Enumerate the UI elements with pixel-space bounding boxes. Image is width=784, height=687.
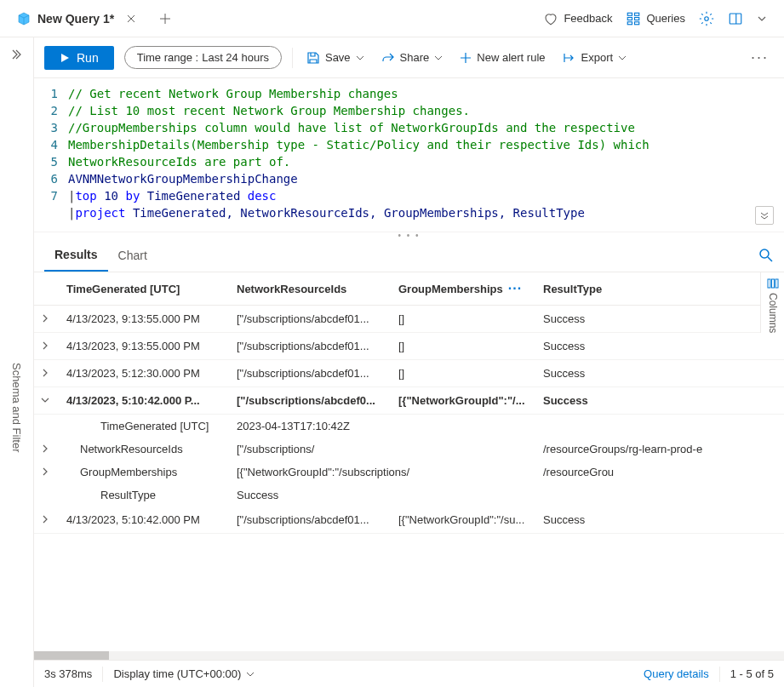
- left-rail: Schema and Filter: [0, 37, 34, 687]
- close-icon[interactable]: [124, 12, 138, 26]
- query-editor[interactable]: 1234567 // Get recent Network Group Memb…: [34, 78, 784, 232]
- expand-rail-button[interactable]: [10, 48, 24, 61]
- scrollbar-thumb[interactable]: [34, 651, 109, 660]
- svg-point-9: [760, 249, 769, 258]
- table-row[interactable]: 4/13/2023, 5:12:30.000 PM["/subscription…: [34, 360, 784, 387]
- chevron-down-icon[interactable]: [757, 14, 767, 24]
- page-info: 1 - 5 of 5: [730, 667, 774, 680]
- svg-point-6: [705, 16, 709, 20]
- status-bar: 3s 378ms Display time (UTC+00:00) Query …: [34, 660, 784, 687]
- columns-rail[interactable]: Columns: [760, 272, 784, 333]
- svg-rect-1: [635, 13, 639, 15]
- detail-row: GroupMemberships[{"NetworkGroupId":"/sub…: [34, 461, 784, 484]
- col-header-time[interactable]: TimeGenerated [UTC]: [60, 272, 230, 306]
- settings-icon[interactable]: [699, 11, 714, 26]
- tab-results[interactable]: Results: [44, 238, 108, 272]
- table-row[interactable]: 4/13/2023, 9:13:55.000 PM["/subscription…: [34, 306, 784, 333]
- tab-chart[interactable]: Chart: [108, 238, 157, 272]
- svg-rect-7: [730, 14, 741, 24]
- display-time-picker[interactable]: Display time (UTC+00:00): [113, 667, 255, 680]
- horizontal-scrollbar[interactable]: [34, 651, 784, 660]
- time-range-picker[interactable]: Time range : Last 24 hours: [124, 46, 282, 69]
- panel-icon[interactable]: [728, 11, 743, 26]
- svg-rect-5: [635, 21, 639, 24]
- more-button[interactable]: ···: [746, 49, 774, 66]
- queries-button[interactable]: Queries: [626, 11, 685, 26]
- run-button[interactable]: Run: [44, 46, 114, 70]
- editor-gutter: 1234567: [34, 85, 68, 225]
- query-time: 3s 378ms: [44, 667, 92, 680]
- results-table-wrap: TimeGenerated [UTC] NetworkResourceIds G…: [34, 272, 784, 651]
- table-row[interactable]: 4/13/2023, 5:10:42.000 P...["/subscripti…: [34, 387, 784, 415]
- table-row[interactable]: 4/13/2023, 5:10:42.000 PM["/subscription…: [34, 507, 784, 534]
- add-tab-button[interactable]: [155, 9, 175, 29]
- expand-icon[interactable]: [41, 515, 53, 524]
- svg-rect-11: [771, 279, 774, 288]
- col-header-net[interactable]: NetworkResourceIds: [230, 272, 392, 306]
- svg-rect-0: [628, 13, 632, 15]
- share-button[interactable]: Share: [378, 48, 447, 68]
- search-icon[interactable]: [758, 248, 774, 263]
- detail-row: TimeGenerated [UTC]2023-04-13T17:10:42Z: [34, 415, 784, 438]
- chevron-down-icon: [434, 54, 443, 62]
- feedback-button[interactable]: Feedback: [543, 11, 612, 26]
- column-more-icon[interactable]: ···: [503, 281, 522, 295]
- col-header-grp[interactable]: GroupMemberships···: [392, 272, 536, 306]
- query-toolbar: Run Time range : Last 24 hours Save Shar…: [34, 37, 784, 78]
- tab-bar: New Query 1* Feedback Queries: [0, 0, 784, 37]
- svg-rect-2: [628, 17, 632, 20]
- tab-title: New Query 1*: [37, 12, 114, 26]
- svg-rect-10: [768, 279, 770, 288]
- editor-code[interactable]: // Get recent Network Group Membership c…: [68, 85, 784, 225]
- chevron-down-icon: [618, 54, 627, 62]
- table-row[interactable]: 4/13/2023, 9:13:55.000 PM["/subscription…: [34, 333, 784, 360]
- query-tab[interactable]: New Query 1*: [7, 0, 148, 37]
- expand-icon[interactable]: [41, 369, 53, 377]
- new-alert-button[interactable]: New alert rule: [456, 48, 548, 67]
- results-tabs: Results Chart: [34, 238, 784, 272]
- cube-icon: [17, 12, 31, 26]
- col-header-res[interactable]: ResultType: [536, 272, 784, 306]
- top-actions: Feedback Queries: [543, 11, 777, 26]
- svg-rect-12: [775, 279, 778, 288]
- query-details-link[interactable]: Query details: [644, 667, 709, 680]
- expand-icon[interactable]: [41, 396, 53, 404]
- splitter[interactable]: • • •: [34, 232, 784, 238]
- expand-icon[interactable]: [41, 314, 53, 323]
- expand-icon[interactable]: [41, 467, 53, 476]
- expand-icon[interactable]: [41, 341, 53, 350]
- save-button[interactable]: Save: [303, 48, 368, 68]
- svg-rect-4: [628, 21, 632, 24]
- results-table: TimeGenerated [UTC] NetworkResourceIds G…: [34, 272, 784, 534]
- expand-icon[interactable]: [41, 444, 53, 453]
- schema-filter-label[interactable]: Schema and Filter: [10, 363, 23, 453]
- svg-rect-3: [635, 17, 639, 20]
- chevron-down-icon: [356, 54, 364, 62]
- export-button[interactable]: Export: [559, 48, 631, 68]
- detail-row: ResultTypeSuccess: [34, 484, 784, 507]
- detail-row: NetworkResourceIds["/subscriptions//reso…: [34, 438, 784, 461]
- scroll-down-icon[interactable]: [755, 206, 774, 225]
